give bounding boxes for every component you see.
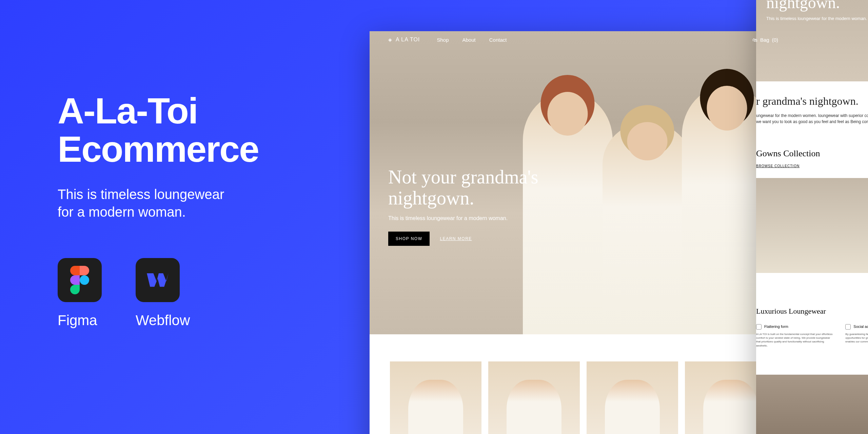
side-intro-title: r grandma's nightgown. [756,95,868,107]
hero-cta-row: SHOP NOW LEARN MORE [388,232,538,246]
tool-row: Figma Webflow [58,258,259,329]
product-image [587,361,678,434]
hero-title: Not your grandma's nightgown. [388,167,538,209]
presentation-left-panel: A-La-Toi Ecommerce This is timeless loun… [58,92,259,329]
title-line2: Ecommerce [58,129,259,170]
top-nav: A LA TOI Shop About Contact 🛍 Bag (0) [370,31,797,48]
tool-label-webflow: Webflow [136,312,190,329]
product-card[interactable]: Elsa Gown Meant to be worn while running… [488,361,580,434]
collection-caption: Gigi Gown [756,276,868,280]
product-image [488,361,580,434]
side-mockup: nightgown. This is timeless loungewear f… [756,0,868,434]
side-hero-title: nightgown. [766,0,868,12]
svg-point-0 [80,275,89,285]
title-line1: A-La-Toi [58,90,198,131]
feature-item: Flattering form A LA TOI is built on the… [756,324,835,348]
features-title: Luxurious Loungewear [756,307,868,316]
browse-collection-link[interactable]: BROWSE COLLECTION [756,164,868,168]
tagline-line1: This is timeless loungewear [58,187,224,202]
learn-more-link[interactable]: LEARN MORE [440,236,472,241]
shop-now-button[interactable]: SHOP NOW [388,232,430,246]
bag-count: (0) [772,37,778,43]
product-card[interactable]: Gigi Top Basically the Gigi Gown, but cr… [587,361,678,434]
nav-link-about[interactable]: About [462,37,476,43]
bag-icon: 🛍 [752,37,757,43]
nav-logo[interactable]: A LA TOI [388,37,420,43]
presentation-title: A-La-Toi Ecommerce [58,92,259,169]
feature-title: Social accountability [853,324,868,329]
feature-icon [845,324,851,330]
feature-item: Social accountability By guaranteeing fa… [845,324,868,348]
side-features: Luxurious Loungewear Flattering form A L… [756,293,868,361]
side-intro-text: ungewear for the modern women. loungewea… [756,113,868,125]
collection-images [756,178,868,273]
product-grid: Gigi Gown This here is the OG to your OJ… [370,334,797,434]
presentation-tagline: This is timeless loungewear for a modern… [58,185,259,221]
sustainability-image [756,375,868,434]
product-image [390,361,481,434]
side-collection: Gowns Collection BROWSE COLLECTION Gigi … [756,145,868,293]
hero-title-l1: Not your grandma's [388,166,538,188]
hero-title-l2: nightgown. [388,188,474,209]
tool-label-figma: Figma [58,312,97,329]
webflow-icon [136,258,180,302]
hero-image [498,31,797,334]
nav-links: Shop About Contact [437,37,507,43]
figma-icon [58,258,102,302]
feature-title: Flattering form [764,324,788,329]
product-card[interactable]: Gigi Gown This here is the OG to your OJ… [390,361,481,434]
tagline-line2: for a modern woman. [58,204,186,219]
collection-image[interactable] [756,178,868,273]
features-row: Flattering form A LA TOI is built on the… [756,324,868,348]
hero-section: A LA TOI Shop About Contact 🛍 Bag (0) No… [370,31,797,334]
nav-link-shop[interactable]: Shop [437,37,449,43]
feature-icon [756,324,762,330]
side-hero-subtitle: This is timeless loungewear for the mode… [766,15,868,22]
nav-bag[interactable]: 🛍 Bag (0) [752,37,778,43]
collection-title: Gowns Collection [756,149,868,159]
main-mockup: A LA TOI Shop About Contact 🛍 Bag (0) No… [370,31,797,434]
side-intro: ❀ r grandma's nightgown. ungewear for th… [756,81,868,145]
bag-label: Bag [760,37,769,43]
hero-content: Not your grandma's nightgown. This is ti… [388,167,538,246]
feature-text: A LA TOI is built on the fundamental con… [756,332,835,348]
feature-text: By guaranteeing fair wages, a healthy wo… [845,332,868,344]
tool-figma[interactable]: Figma [58,258,102,329]
side-sustainability: We believe the key to a better future is… [756,375,868,434]
hero-subtitle: This is timeless loungewear for a modern… [388,215,538,221]
tool-webflow[interactable]: Webflow [136,258,190,329]
nav-link-contact[interactable]: Contact [489,37,507,43]
